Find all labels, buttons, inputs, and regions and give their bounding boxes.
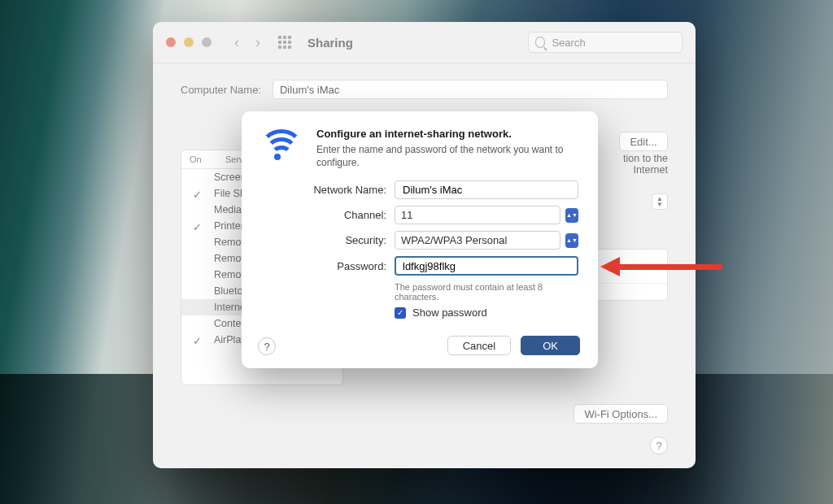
security-stepper-icon[interactable]: ▲▼ <box>565 233 578 248</box>
computer-name-label: Computer Name: <box>181 84 261 96</box>
ok-button[interactable]: OK <box>521 336 580 355</box>
window-title: Sharing <box>307 36 353 50</box>
channel-stepper-icon[interactable]: ▲▼ <box>565 208 578 223</box>
security-select[interactable]: WPA2/WPA3 Personal <box>395 231 560 250</box>
wifi-options-label: Wi-Fi Options... <box>584 408 657 420</box>
service-label: Remot <box>214 253 244 264</box>
dropdown-stepper[interactable]: ▲▼ <box>652 193 668 210</box>
show-password-checkbox[interactable]: ✓ <box>395 307 406 319</box>
password-input[interactable] <box>395 256 578 276</box>
search-input[interactable] <box>550 36 675 50</box>
computer-name-row: Computer Name: Dilum's iMac <box>181 80 668 99</box>
traffic-light-minimize[interactable] <box>184 37 194 47</box>
search-icon <box>535 37 545 48</box>
window-toolbar: ‹ › Sharing <box>153 22 696 63</box>
check-icon: ✓ <box>193 221 203 231</box>
cancel-button[interactable]: Cancel <box>447 336 511 355</box>
wifi-icon <box>259 129 299 168</box>
computer-name-field[interactable]: Dilum's iMac <box>273 80 668 99</box>
check-icon: ✓ <box>193 189 203 198</box>
channel-label: Channel: <box>258 209 395 221</box>
nav-forward-icon[interactable]: › <box>255 34 260 51</box>
edit-button-label: Edit... <box>630 136 656 148</box>
sheet-buttons: Cancel OK <box>447 336 580 355</box>
sheet-title: Configure an internet-sharing network. <box>316 128 578 140</box>
check-icon: ✓ <box>193 335 203 345</box>
traffic-light-zoom[interactable] <box>202 37 212 47</box>
search-field[interactable] <box>528 32 683 53</box>
show-all-icon[interactable] <box>278 36 291 49</box>
help-button[interactable]: ? <box>650 437 668 454</box>
sheet-subtitle: Enter the name and password of the netwo… <box>316 143 569 169</box>
service-label: Printer <box>214 220 244 232</box>
traffic-light-close[interactable] <box>166 37 176 47</box>
header-on: On <box>181 154 222 164</box>
service-label: Remot <box>214 269 244 280</box>
wifi-options-button[interactable]: Wi-Fi Options... <box>574 404 668 424</box>
password-hint: The password must contain at least 8 cha… <box>395 282 578 302</box>
service-label: Blueto <box>214 285 242 297</box>
service-label: Remot <box>214 237 244 248</box>
computer-name-value: Dilum's iMac <box>280 84 339 96</box>
service-label: Media <box>214 204 242 215</box>
channel-value: 11 <box>401 209 412 221</box>
channel-select[interactable]: 11 <box>395 206 560 224</box>
password-label: Password: <box>258 260 395 272</box>
wifi-configure-sheet: Configure an internet-sharing network. E… <box>242 111 598 368</box>
show-password-label: Show password <box>412 306 487 319</box>
network-name-value[interactable] <box>401 183 572 197</box>
security-value: WPA2/WPA3 Personal <box>401 234 507 246</box>
network-name-label: Network Name: <box>258 184 395 196</box>
service-label: Conter <box>214 318 245 329</box>
security-label: Security: <box>258 234 395 246</box>
network-name-input[interactable] <box>395 180 578 199</box>
sheet-help-button[interactable]: ? <box>258 337 276 355</box>
nav-buttons: ‹ › <box>234 34 260 51</box>
password-value[interactable] <box>401 259 572 273</box>
edit-button[interactable]: Edit... <box>619 132 668 151</box>
show-password-row[interactable]: ✓ Show password <box>395 306 578 319</box>
nav-back-icon[interactable]: ‹ <box>234 34 239 51</box>
